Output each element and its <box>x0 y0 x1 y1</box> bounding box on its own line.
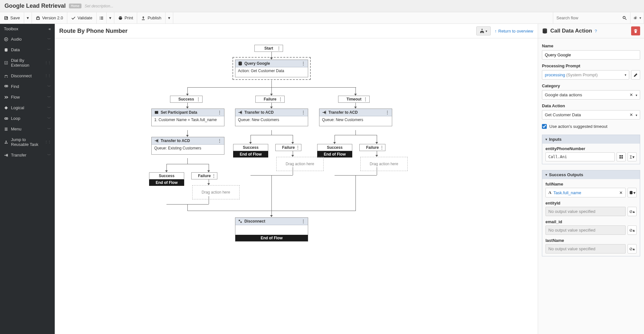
node-menu-icon[interactable]: ⋮ <box>212 174 216 178</box>
toolbox-item-label: Disconnect <box>11 73 32 78</box>
search-flow[interactable] <box>553 12 630 24</box>
search-input[interactable] <box>556 15 620 20</box>
tree-view-button[interactable]: ▾ <box>476 26 491 35</box>
delete-button[interactable] <box>631 26 640 35</box>
node-title: Transfer to ACD <box>328 110 358 115</box>
drop-zone[interactable]: Drag action here <box>276 157 324 171</box>
toolbox-item-flow[interactable]: Flow﹀ <box>0 92 55 102</box>
input-entityphone-value[interactable]: Call.Ani <box>545 152 615 161</box>
version-button[interactable]: Version 2.0 <box>32 12 67 24</box>
find-icon <box>4 84 8 89</box>
toolbox-item-jump-to-reusable-task[interactable]: Jump to Reusable Task⋮⋮ <box>0 134 55 150</box>
branch-failure-2[interactable]: Failure⋮ <box>275 144 301 151</box>
toolbox-item-label: Find <box>11 84 19 89</box>
timeout-checkbox-row[interactable]: Use action's suggested timeout <box>542 124 640 129</box>
save-icon <box>4 16 8 20</box>
collapse-sidebar-icon[interactable]: « <box>49 26 51 31</box>
inputs-section-header[interactable]: ▾Inputs <box>542 135 640 144</box>
help-icon[interactable]: ? <box>595 29 597 33</box>
output-fullname-text: Task.full_name <box>553 190 581 195</box>
processing-select[interactable]: processing (System Prompt) ▾ <box>542 70 629 80</box>
save-button[interactable]: Save <box>0 12 24 24</box>
publish-button[interactable]: Publish <box>137 12 166 24</box>
branch-timeout[interactable]: Timeout⋮ <box>338 96 370 103</box>
data-action-select[interactable]: Get Customer Data ✕▾ <box>542 110 640 119</box>
toolbox-item-menu[interactable]: Menu﹀ <box>0 124 55 134</box>
transfer-acd-failure-node[interactable]: Transfer to ACD⋮ Queue: New Customers <box>235 109 308 126</box>
transfer-acd-timeout-node[interactable]: Transfer to ACD⋮ Queue: New Customers <box>319 109 392 126</box>
timeout-checkbox[interactable] <box>542 124 547 129</box>
return-to-overview-link[interactable]: ↑ Return to overview <box>495 29 533 33</box>
input-expr-button[interactable]: Σ▾ <box>628 152 637 161</box>
node-menu-icon[interactable]: ⋮ <box>364 97 367 101</box>
node-menu-icon[interactable]: ⋮ <box>279 97 282 101</box>
node-menu-icon[interactable]: ⋮ <box>196 97 200 101</box>
output-lastname-value[interactable]: No output value specified <box>545 244 626 253</box>
disconnect-node[interactable]: Disconnect⋮ End of Flow <box>235 217 308 242</box>
node-menu-icon[interactable]: ⋮ <box>301 110 305 115</box>
output-entityid-value[interactable]: No output value specified <box>545 207 626 216</box>
edit-processing-button[interactable] <box>631 70 640 80</box>
app-header: Google Lead Retrieval Home Set descripti… <box>0 0 644 12</box>
branch-failure[interactable]: Failure⋮ <box>255 96 285 103</box>
outputs-section-header[interactable]: ▾Success Outputs <box>542 170 640 179</box>
node-title: Query Google <box>244 61 270 66</box>
clear-icon[interactable]: ✕ <box>630 112 633 117</box>
toolbox-item-transfer[interactable]: Transfer﹀ <box>0 150 55 160</box>
output-type-button[interactable]: ⊘▴ <box>628 244 637 253</box>
node-menu-icon[interactable]: ⋮ <box>296 145 300 150</box>
output-type-button[interactable]: ⊘▴ <box>628 207 637 216</box>
name-label: Name <box>542 43 640 48</box>
output-type-button[interactable]: ▾ <box>628 188 637 197</box>
list-dropdown[interactable]: ▾ <box>107 12 114 24</box>
branch-success[interactable]: Success⋮ <box>170 96 203 103</box>
branch-failure-4[interactable]: Failure⋮ <box>191 172 217 179</box>
node-menu-icon[interactable]: ⋮ <box>380 145 384 150</box>
toolbox-item-loop[interactable]: Loop﹀ <box>0 113 55 124</box>
validate-button[interactable]: Validate <box>67 12 97 24</box>
branch-failure-3[interactable]: Failure⋮ <box>359 144 385 151</box>
logic-icon <box>4 106 8 110</box>
branch-success-eof-2[interactable]: Success End of Flow <box>317 144 352 157</box>
home-badge[interactable]: Home <box>69 4 81 8</box>
name-input[interactable] <box>542 50 640 60</box>
flow-canvas[interactable]: Start ⋮ Query Google ⋮ Action: Get Custo… <box>55 38 538 334</box>
settings-button[interactable]: ▾ <box>630 12 644 24</box>
node-menu-icon[interactable]: ⋮ <box>301 61 305 66</box>
clear-icon[interactable]: ✕ <box>619 190 623 195</box>
toolbox-item-logical[interactable]: Logical﹀ <box>0 102 55 113</box>
output-email-value[interactable]: No output value specified <box>545 225 626 235</box>
toolbox-item-audio[interactable]: Audio﹀ <box>0 34 55 44</box>
category-select[interactable]: Google data actions ✕▾ <box>542 90 640 100</box>
output-fullname-value[interactable]: A Task.full_name ✕ <box>545 188 626 197</box>
publish-dropdown[interactable]: ▾ <box>166 12 173 24</box>
node-menu-icon[interactable]: ⋮ <box>218 110 222 115</box>
chevron-down-icon: ﹀ <box>47 37 51 42</box>
toolbox-item-disconnect[interactable]: Disconnect⋮⋮ <box>0 71 55 81</box>
branch-success-eof[interactable]: Success End of Flow <box>233 144 268 157</box>
clear-icon[interactable]: ✕ <box>630 92 633 97</box>
save-dropdown[interactable]: ▾ <box>24 12 32 24</box>
list-button[interactable] <box>97 12 107 24</box>
toolbox-item-dial-by-extension[interactable]: #Dial By Extension⋮⋮ <box>0 55 55 71</box>
start-node[interactable]: Start ⋮ <box>254 45 283 52</box>
output-type-button[interactable]: ⊘▴ <box>628 225 637 235</box>
input-entityphone-label: entityPhoneNumber <box>545 146 637 151</box>
set-participant-data-node[interactable]: Set Participant Data⋮ 1: Customer Name =… <box>151 109 224 126</box>
print-button[interactable]: Print <box>114 12 137 24</box>
node-body: Queue: New Customers <box>235 116 308 126</box>
node-menu-icon[interactable]: ⋮ <box>218 138 222 143</box>
transfer-acd-existing-node[interactable]: Transfer to ACD⋮ Queue: Existing Custome… <box>151 137 224 155</box>
node-menu-icon[interactable]: ⋮ <box>385 110 389 115</box>
query-google-node[interactable]: Query Google ⋮ Action: Get Customer Data <box>235 60 308 77</box>
input-picker-button[interactable] <box>617 152 626 161</box>
node-menu-icon[interactable]: ⋮ <box>301 219 305 224</box>
toolbox-item-find[interactable]: Find﹀ <box>0 81 55 92</box>
branch-success-eof-3[interactable]: Success End of Flow <box>149 172 184 186</box>
branch-label: Success <box>243 145 259 150</box>
toolbox-item-data[interactable]: Data﹀ <box>0 44 55 55</box>
drop-zone[interactable]: Drag action here <box>360 157 408 171</box>
node-menu-icon[interactable]: ⋮ <box>277 46 281 51</box>
description-placeholder[interactable]: Set description... <box>85 4 113 8</box>
drop-zone[interactable]: Drag action here <box>192 185 240 199</box>
